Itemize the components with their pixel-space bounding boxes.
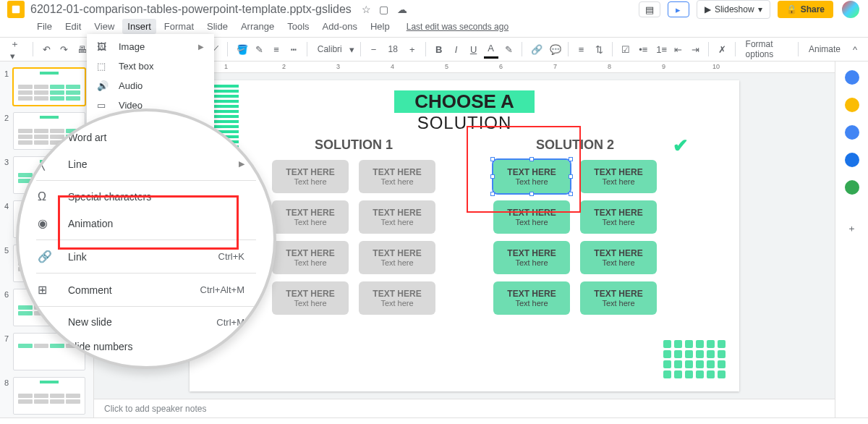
list-checklist[interactable]: ☑ xyxy=(618,41,632,58)
menu-insert[interactable]: Insert xyxy=(122,19,156,34)
fill-color[interactable]: 🪣 xyxy=(233,41,249,58)
card-gray[interactable]: TEXT HEREText here xyxy=(272,281,349,315)
font-selector[interactable]: Calibri xyxy=(313,44,346,54)
card-gray[interactable]: TEXT HEREText here xyxy=(359,200,435,234)
mag-item-comment[interactable]: ⊞CommentCtrl+Alt+M xyxy=(19,276,273,303)
title-highlight: CHOOSE A xyxy=(394,90,535,113)
menu-view[interactable]: View xyxy=(89,19,119,34)
list-bullet[interactable]: •≡ xyxy=(635,41,650,58)
user-avatar[interactable] xyxy=(841,0,861,20)
text-color[interactable]: A xyxy=(484,40,498,59)
maps-icon[interactable] xyxy=(845,180,859,195)
card-gray[interactable]: TEXT HEREText here xyxy=(272,241,349,274)
menu-item-image[interactable]: 🖼Image▶ xyxy=(87,37,214,56)
card-gray[interactable]: TEXT HEREText here xyxy=(359,241,435,274)
share-label: Share xyxy=(801,4,825,14)
slide-title-area[interactable]: CHOOSE A SOLUTION xyxy=(211,90,718,133)
font-size[interactable]: 18 xyxy=(383,44,401,54)
card-green[interactable]: TEXT HEREText here xyxy=(493,200,570,234)
menu-item-textbox[interactable]: ⬚Text box xyxy=(87,56,214,76)
column-1-title[interactable]: SOLUTION 1 xyxy=(272,137,435,153)
column-2-title[interactable]: SOLUTION 2✔ xyxy=(493,137,657,153)
font-dec[interactable]: − xyxy=(366,41,380,58)
card-green[interactable]: TEXT HEREText here xyxy=(493,281,570,315)
italic-button[interactable]: I xyxy=(449,41,464,58)
shortcut: Ctrl+K xyxy=(218,251,244,262)
menu-help[interactable]: Help xyxy=(365,19,395,34)
document-title[interactable]: 62012-01-comparison-tables-powerpoint-te… xyxy=(30,3,352,16)
mag-item-special[interactable]: ΩSpecial characters xyxy=(19,184,273,210)
menu-slide[interactable]: Slide xyxy=(202,19,233,34)
card-green-selected[interactable]: TEXT HEREText here xyxy=(493,160,570,193)
comment-button[interactable]: 💬 xyxy=(546,41,562,58)
font-inc[interactable]: + xyxy=(405,41,420,58)
menu-addons[interactable]: Add-ons xyxy=(318,19,362,34)
border-color[interactable]: ✎ xyxy=(252,41,266,58)
undo-button[interactable]: ↶ xyxy=(39,41,54,58)
slideshow-button[interactable]: ▶ Slideshow ▾ xyxy=(697,0,770,19)
animate-button[interactable]: Animate xyxy=(804,44,845,54)
title-bar: 62012-01-comparison-tables-powerpoint-te… xyxy=(0,0,868,19)
contacts-icon[interactable] xyxy=(845,153,859,167)
indent-dec[interactable]: ⇤ xyxy=(671,41,685,58)
card-gray[interactable]: TEXT HEREText here xyxy=(359,160,435,193)
card-gray[interactable]: TEXT HEREText here xyxy=(272,160,349,193)
decorative-grid xyxy=(663,340,726,378)
star-icon[interactable]: ☆ xyxy=(362,4,371,15)
comments-history-icon[interactable]: ▤ xyxy=(639,1,660,17)
calendar-icon[interactable] xyxy=(845,70,859,85)
card-green[interactable]: TEXT HEREText here xyxy=(580,241,657,274)
thumbnail-8[interactable] xyxy=(13,377,85,415)
clear-format[interactable]: ✗ xyxy=(715,41,729,58)
add-icon[interactable]: ＋ xyxy=(847,222,856,235)
redo-button[interactable]: ↷ xyxy=(56,41,71,58)
card-gray[interactable]: TEXT HEREText here xyxy=(272,200,349,234)
mag-item-link[interactable]: 🔗LinkCtrl+K xyxy=(19,243,273,270)
slideshow-label: Slideshow xyxy=(715,4,754,14)
format-options-button[interactable]: Format options xyxy=(741,39,793,59)
mag-item-animation[interactable]: ◉Animation xyxy=(19,210,273,237)
app-logo[interactable] xyxy=(7,1,25,18)
menu-edit[interactable]: Edit xyxy=(60,19,86,34)
new-slide-button[interactable]: ＋ ▾ xyxy=(6,36,27,63)
speaker-notes[interactable]: Click to add speaker notes xyxy=(94,399,835,417)
line-spacing[interactable]: ⇅ xyxy=(592,41,606,58)
underline-button[interactable]: U xyxy=(467,41,481,58)
present-target-icon[interactable]: ▸ xyxy=(668,1,689,17)
border-dash[interactable]: ┅ xyxy=(286,41,301,58)
thumb-number: 7 xyxy=(4,333,13,343)
indent-inc[interactable]: ⇥ xyxy=(688,41,702,58)
menu-file[interactable]: File xyxy=(32,19,57,34)
thumbnail-1[interactable] xyxy=(13,68,85,106)
last-edit-link[interactable]: Last edit was seconds ago xyxy=(407,22,509,32)
card-green[interactable]: TEXT HEREText here xyxy=(580,281,657,315)
tasks-icon[interactable] xyxy=(845,125,859,140)
menu-tools[interactable]: Tools xyxy=(282,19,314,34)
menu-format[interactable]: Format xyxy=(159,19,199,34)
mag-item-line[interactable]: ╲Line▶ xyxy=(19,150,273,177)
list-number[interactable]: 1≡ xyxy=(652,41,668,58)
align-button[interactable]: ≡ xyxy=(574,41,589,58)
highlight-color[interactable]: ✎ xyxy=(501,41,516,58)
card-gray[interactable]: TEXT HEREText here xyxy=(359,281,435,315)
cloud-icon[interactable]: ☁ xyxy=(397,4,407,15)
menu-item-audio[interactable]: 🔊Audio xyxy=(87,76,214,96)
mag-item-newslide[interactable]: New slideCtrl+M xyxy=(19,310,273,334)
thumb-number: 5 xyxy=(4,245,13,255)
card-green[interactable]: TEXT HEREText here xyxy=(493,241,570,274)
bold-button[interactable]: B xyxy=(432,41,446,58)
side-panel: ＋ xyxy=(835,62,868,417)
shortcut: Ctrl+Alt+M xyxy=(200,284,244,295)
menu-arrange[interactable]: Arrange xyxy=(236,19,279,34)
omega-icon: Ω xyxy=(38,190,54,203)
link-icon: 🔗 xyxy=(38,250,54,263)
label: Audio xyxy=(119,80,142,91)
card-green[interactable]: TEXT HEREText here xyxy=(580,200,657,234)
share-button[interactable]: 🔒 Share xyxy=(778,1,833,18)
move-icon[interactable]: ▢ xyxy=(379,4,388,15)
card-green[interactable]: TEXT HEREText here xyxy=(580,160,657,193)
border-weight[interactable]: ≡ xyxy=(269,41,284,58)
keep-icon[interactable] xyxy=(845,98,859,112)
toolbar-chevron-up-icon[interactable]: ^ xyxy=(848,41,862,58)
link-button[interactable]: 🔗 xyxy=(527,41,543,58)
